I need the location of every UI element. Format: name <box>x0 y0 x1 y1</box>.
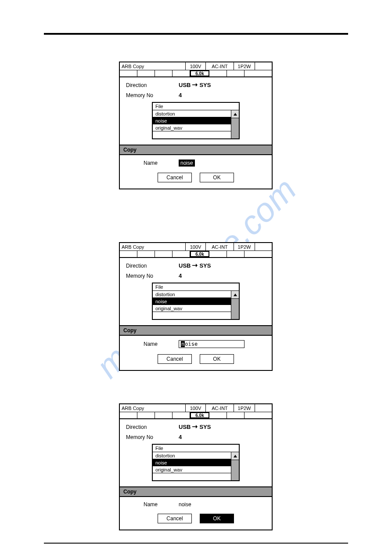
ok-button[interactable]: OK <box>200 173 234 182</box>
ok-button[interactable]: OK <box>200 514 234 523</box>
copy-section-header: Copy <box>120 325 272 336</box>
cancel-button[interactable]: Cancel <box>158 173 192 182</box>
direction-value[interactable]: USB SYS <box>179 262 211 269</box>
scrollbar[interactable] <box>231 452 239 480</box>
mode-indicator: AC-INT <box>206 243 234 250</box>
file-list-header: File <box>153 445 239 452</box>
name-field[interactable]: noise <box>179 160 195 167</box>
name-label: Name <box>144 501 165 508</box>
title-spacer <box>255 404 272 412</box>
title-bar: ARB Copy 100V AC-INT 1P2W <box>120 404 272 412</box>
direction-value[interactable]: USB SYS <box>179 424 211 430</box>
file-list-header: File <box>153 283 239 291</box>
text-cursor: n <box>181 341 185 347</box>
wiring-indicator: 1P2W <box>234 404 255 412</box>
status-bar: 6.0k <box>120 70 272 77</box>
arrow-right-icon <box>192 262 198 269</box>
direction-label: Direction <box>126 424 179 430</box>
title-bar: ARB Copy 100V AC-INT 1P2W <box>120 243 272 251</box>
name-label: Name <box>144 160 165 166</box>
direction-label: Direction <box>126 82 179 88</box>
wiring-indicator: 1P2W <box>234 243 255 250</box>
file-list[interactable]: File distortion noise original_wav <box>152 102 240 139</box>
svg-marker-4 <box>196 264 198 267</box>
wiring-indicator: 1P2W <box>234 62 255 70</box>
list-item[interactable]: noise <box>153 459 231 466</box>
memory-no-label: Memory No <box>126 92 179 98</box>
arb-copy-panel-2: ARB Copy 100V AC-INT 1P2W 6.0k Direction… <box>119 242 273 371</box>
voltage-indicator: 100V <box>186 62 206 70</box>
freq-indicator: 6.0k <box>190 70 209 76</box>
cancel-button[interactable]: Cancel <box>158 514 192 523</box>
mode-indicator: AC-INT <box>206 404 234 412</box>
list-item[interactable]: original_wav <box>153 305 231 312</box>
arrow-right-icon <box>192 424 198 430</box>
scrollbar[interactable] <box>231 291 239 319</box>
scroll-track[interactable] <box>231 118 239 138</box>
parameter-block: Direction USB SYS Memory No 4 File disto… <box>120 419 272 484</box>
direction-value[interactable]: USB SYS <box>179 82 211 88</box>
direction-label: Direction <box>126 263 179 269</box>
list-item[interactable]: original_wav <box>153 466 231 473</box>
title-spacer <box>255 62 272 70</box>
svg-marker-2 <box>234 113 237 116</box>
memory-no-value[interactable]: 4 <box>179 92 182 98</box>
arrow-right-icon <box>192 82 198 88</box>
svg-marker-1 <box>196 83 198 87</box>
name-field[interactable]: noise <box>179 501 191 508</box>
title-spacer <box>255 243 272 250</box>
list-item[interactable]: noise <box>153 117 231 124</box>
list-item[interactable]: distortion <box>153 452 231 459</box>
svg-marker-7 <box>196 425 198 428</box>
list-item[interactable] <box>153 312 231 319</box>
voltage-indicator: 100V <box>186 243 206 250</box>
list-item[interactable] <box>153 131 231 138</box>
file-list[interactable]: File distortion noise original_wav <box>152 283 240 320</box>
memory-no-value[interactable]: 4 <box>179 434 182 440</box>
ok-button[interactable]: OK <box>200 354 234 364</box>
title-bar: ARB Copy 100V AC-INT 1P2W <box>120 62 272 70</box>
copy-section-header: Copy <box>120 145 272 155</box>
copy-section-header: Copy <box>120 486 272 497</box>
page-bottom-rule <box>44 543 348 544</box>
arb-copy-panel-3: ARB Copy 100V AC-INT 1P2W 6.0k Direction… <box>119 403 273 530</box>
file-list-header: File <box>153 103 239 110</box>
scrollbar[interactable] <box>231 110 239 138</box>
scroll-track[interactable] <box>231 460 239 480</box>
list-item[interactable]: original_wav <box>153 124 231 131</box>
list-item[interactable] <box>153 473 231 480</box>
status-bar: 6.0k <box>120 251 272 258</box>
scroll-up-icon[interactable] <box>231 291 239 299</box>
memory-no-label: Memory No <box>126 273 179 279</box>
list-item[interactable]: distortion <box>153 110 231 117</box>
voltage-indicator: 100V <box>186 404 206 412</box>
name-label: Name <box>144 341 165 347</box>
scroll-track[interactable] <box>231 299 239 319</box>
freq-indicator: 6.0k <box>190 412 209 418</box>
memory-no-label: Memory No <box>126 434 179 440</box>
list-item[interactable]: distortion <box>153 291 231 298</box>
parameter-block: Direction USB SYS Memory No 4 File disto… <box>120 77 272 142</box>
svg-marker-8 <box>234 455 237 457</box>
page-top-rule <box>44 33 348 35</box>
window-title: ARB Copy <box>120 404 186 412</box>
svg-marker-5 <box>234 294 237 296</box>
list-item[interactable]: noise <box>153 298 231 305</box>
status-bar: 6.0k <box>120 412 272 419</box>
scroll-up-icon[interactable] <box>231 452 239 460</box>
parameter-block: Direction USB SYS Memory No 4 File disto… <box>120 258 272 323</box>
file-list[interactable]: File distortion noise original_wav <box>152 444 240 481</box>
arb-copy-panel-1: ARB Copy 100V AC-INT 1P2W 6.0k Direction… <box>119 62 273 189</box>
freq-indicator: 6.0k <box>190 251 209 257</box>
window-title: ARB Copy <box>120 243 186 250</box>
window-title: ARB Copy <box>120 62 186 70</box>
cancel-button[interactable]: Cancel <box>158 354 192 364</box>
scroll-up-icon[interactable] <box>231 110 239 118</box>
name-field[interactable]: noise <box>179 340 245 348</box>
mode-indicator: AC-INT <box>206 62 234 70</box>
memory-no-value[interactable]: 4 <box>179 272 182 279</box>
